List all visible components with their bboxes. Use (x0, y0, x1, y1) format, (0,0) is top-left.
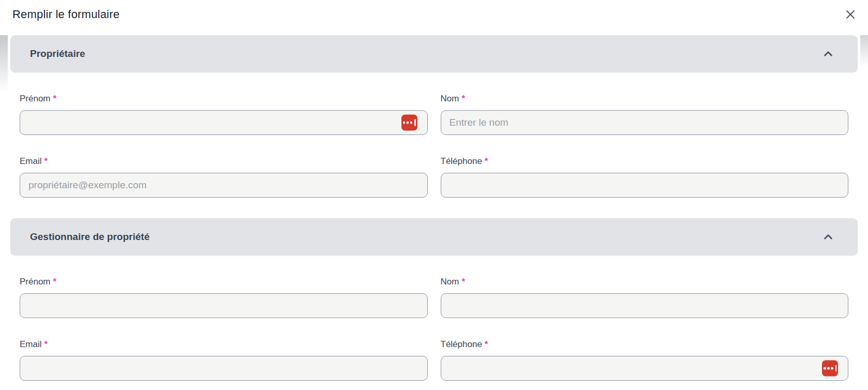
fill-form-modal: Remplir le formulaire Propriétaire Préno… (0, 0, 868, 390)
required-asterisk: * (53, 94, 57, 103)
close-button[interactable] (840, 4, 861, 25)
section-owner: Propriétaire Prénom* (10, 35, 858, 198)
required-asterisk: * (44, 156, 48, 166)
modal-body: Propriétaire Prénom* (0, 35, 868, 390)
password-manager-icon[interactable] (822, 361, 838, 377)
manager-telephone-input[interactable] (441, 356, 849, 381)
manager-telephone-label: Téléphone* (441, 339, 849, 350)
manager-nom-label: Nom* (441, 276, 849, 287)
owner-nom-label: Nom* (441, 93, 849, 104)
chevron-up-icon (821, 230, 835, 244)
manager-prenom-input[interactable] (20, 293, 428, 318)
modal-title: Remplir le formulaire (12, 8, 119, 21)
owner-nom-input[interactable] (441, 110, 849, 135)
owner-telephone-label: Téléphone* (441, 156, 849, 167)
owner-field-grid: Prénom* Nom* (10, 72, 858, 198)
owner-prenom-label: Prénom* (20, 93, 428, 104)
scroll-shadow-left (0, 35, 8, 92)
owner-nom-field: Nom* (441, 93, 849, 135)
required-asterisk: * (53, 277, 57, 287)
manager-prenom-label: Prénom* (20, 276, 428, 287)
manager-field-grid: Prénom* Nom* Email* (10, 256, 858, 381)
section-title: Gestionnaire de propriété (30, 231, 149, 243)
manager-email-field: Email* (20, 339, 428, 381)
manager-prenom-field: Prénom* (20, 276, 428, 318)
owner-telephone-field: Téléphone* (441, 156, 849, 198)
owner-email-input[interactable] (20, 173, 428, 198)
owner-email-field: Email* (20, 156, 428, 198)
password-manager-icon[interactable] (401, 115, 417, 131)
owner-telephone-input[interactable] (441, 173, 849, 198)
chevron-up-icon (821, 47, 835, 61)
section-title: Propriétaire (30, 48, 85, 59)
scroll-shadow-right (860, 35, 868, 66)
required-asterisk: * (44, 339, 48, 349)
manager-email-input[interactable] (20, 356, 428, 381)
section-header-owner[interactable]: Propriétaire (10, 35, 858, 72)
required-asterisk: * (461, 277, 465, 287)
owner-prenom-input[interactable] (20, 110, 428, 135)
manager-telephone-field: Téléphone* (441, 339, 849, 381)
modal-header: Remplir le formulaire (0, 0, 868, 29)
owner-prenom-field: Prénom* (20, 93, 428, 135)
required-asterisk: * (461, 94, 465, 103)
manager-nom-field: Nom* (441, 276, 849, 318)
close-icon (844, 8, 857, 21)
owner-email-label: Email* (20, 156, 428, 167)
required-asterisk: * (485, 339, 488, 349)
section-header-property-manager[interactable]: Gestionnaire de propriété (10, 218, 858, 256)
required-asterisk: * (485, 156, 488, 166)
manager-nom-input[interactable] (441, 293, 849, 318)
manager-email-label: Email* (20, 339, 428, 350)
section-property-manager: Gestionnaire de propriété Prénom* N (10, 218, 858, 381)
